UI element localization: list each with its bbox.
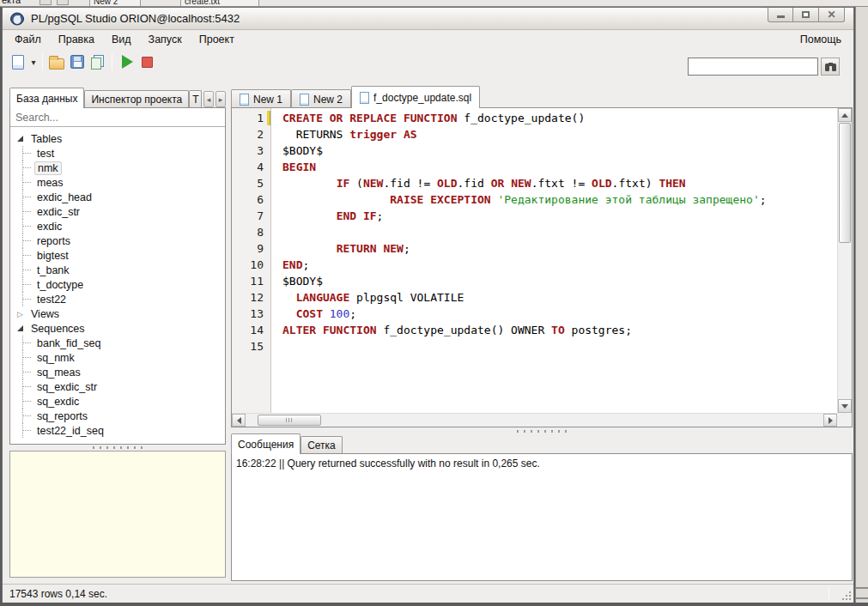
line-number: 11 bbox=[232, 273, 271, 289]
open-button[interactable] bbox=[46, 52, 67, 72]
save-button[interactable] bbox=[67, 52, 88, 72]
run-button[interactable] bbox=[116, 52, 137, 72]
tree-guide-line bbox=[23, 342, 31, 343]
horizontal-scroll-thumb[interactable] bbox=[258, 415, 321, 426]
expand-icon[interactable]: ▷ bbox=[17, 310, 28, 318]
code-line-14[interactable]: 14ALTER FUNCTION f_doctype_update() OWNE… bbox=[232, 322, 837, 338]
code-line-12[interactable]: 12 LANGUAGE plpgsql VOLATILE bbox=[232, 289, 837, 306]
tree-item-bigtest[interactable]: bigtest bbox=[12, 248, 223, 263]
statusbar-separator bbox=[829, 587, 829, 600]
tree-item-Sequences[interactable]: Sequences bbox=[12, 321, 223, 336]
code-line-13[interactable]: 13 COST 100; bbox=[232, 306, 837, 322]
tree-item-exdic_str[interactable]: exdic_str bbox=[12, 204, 223, 219]
tree-item-sq_exdic[interactable]: sq_exdic bbox=[12, 394, 223, 409]
tab-messages[interactable]: Сообщения bbox=[231, 433, 300, 454]
menu-help[interactable]: Помощь bbox=[792, 31, 850, 48]
scroll-up-button[interactable] bbox=[838, 108, 852, 122]
main-window: PL/pgSQL Studio ORION@localhost:5432 ✕ Ф… bbox=[2, 7, 854, 603]
titlebar[interactable]: PL/pgSQL Studio ORION@localhost:5432 ✕ bbox=[3, 8, 853, 30]
tab-scroll-right-button[interactable]: ▸ bbox=[215, 91, 226, 107]
resize-grip[interactable] bbox=[841, 590, 852, 601]
tab-new-1[interactable]: New 1 bbox=[231, 89, 291, 108]
code-line-3[interactable]: 3$BODY$ bbox=[232, 142, 837, 159]
tree-item-meas[interactable]: meas bbox=[12, 175, 223, 190]
stop-button[interactable] bbox=[137, 52, 157, 72]
sql-editor[interactable]: 1CREATE OR REPLACE FUNCTION f_doctype_up… bbox=[231, 107, 853, 427]
menu-run[interactable]: Запуск bbox=[140, 31, 191, 48]
tree-item-t_doctype[interactable]: t_doctype bbox=[12, 277, 223, 292]
arrow-left-icon bbox=[237, 417, 241, 424]
tree-item-test22_id_seq[interactable]: test22_id_seq bbox=[12, 423, 223, 438]
collapse-icon[interactable] bbox=[17, 136, 28, 142]
background-window-edge bbox=[855, 7, 868, 603]
tab-scroll-left-button[interactable]: ◂ bbox=[203, 91, 214, 107]
vertical-scroll-thumb[interactable] bbox=[839, 123, 851, 243]
tree-item-sq_nmk[interactable]: sq_nmk bbox=[12, 350, 223, 365]
menu-project[interactable]: Проект bbox=[191, 31, 243, 48]
window-controls: ✕ bbox=[768, 8, 845, 22]
new-file-button[interactable] bbox=[8, 52, 28, 72]
background-window-strip: екта New 2 create.txt bbox=[0, 0, 868, 7]
code-line-1[interactable]: 1CREATE OR REPLACE FUNCTION f_doctype_up… bbox=[232, 110, 837, 126]
tab-database[interactable]: База данных bbox=[9, 88, 84, 108]
editor-horizontal-scrollbar[interactable] bbox=[232, 413, 837, 427]
tree-item-bank_fid_seq[interactable]: bank_fid_seq bbox=[12, 336, 223, 350]
tab-new-2[interactable]: New 2 bbox=[291, 89, 351, 108]
restore-button[interactable] bbox=[793, 8, 819, 22]
menu-view[interactable]: Вид bbox=[103, 31, 140, 48]
tree-search-input[interactable] bbox=[10, 112, 225, 124]
tab-label: New 2 bbox=[313, 94, 343, 106]
tree-item-Tables[interactable]: Tables bbox=[12, 131, 223, 146]
line-number: 13 bbox=[232, 306, 271, 322]
code-text: END IF; bbox=[271, 208, 383, 224]
collapse-icon[interactable] bbox=[17, 325, 28, 331]
tree-item-test[interactable]: test bbox=[12, 146, 223, 161]
menu-file[interactable]: Файл bbox=[6, 31, 50, 48]
scroll-down-button[interactable] bbox=[838, 399, 852, 413]
tab-grid[interactable]: Сетка bbox=[300, 436, 343, 454]
tree-item-t_bank[interactable]: t_bank bbox=[12, 263, 223, 277]
sidebar-splitter[interactable] bbox=[9, 445, 226, 451]
scroll-left-button[interactable] bbox=[232, 414, 246, 427]
status-text: 17543 rows 0,14 sec. bbox=[9, 588, 107, 600]
changed-line-marker bbox=[267, 111, 270, 125]
code-line-4[interactable]: 4BEGIN bbox=[232, 159, 837, 175]
tree-item-sq_reports[interactable]: sq_reports bbox=[12, 409, 223, 423]
code-line-2[interactable]: 2 RETURNS trigger AS bbox=[232, 126, 837, 142]
editor-vertical-scrollbar[interactable] bbox=[837, 108, 852, 413]
code-line-11[interactable]: 11$BODY$ bbox=[232, 273, 837, 289]
messages-splitter[interactable] bbox=[231, 427, 853, 434]
tree-item-sq_exdic_str[interactable]: sq_exdic_str bbox=[12, 379, 223, 394]
tree-item-exdic[interactable]: exdic bbox=[12, 219, 223, 233]
tree-item-nmk[interactable]: nmk bbox=[12, 161, 223, 175]
tree-item-exdic_head[interactable]: exdic_head bbox=[12, 190, 223, 204]
minimize-button[interactable] bbox=[768, 8, 793, 22]
tree-item-test22[interactable]: test22 bbox=[12, 292, 223, 306]
code-line-10[interactable]: 10END; bbox=[232, 257, 837, 273]
tree-item-sq_meas[interactable]: sq_meas bbox=[12, 365, 223, 379]
tab-f-doctype-update[interactable]: f_doctype_update.sql bbox=[351, 86, 480, 108]
code-line-9[interactable]: 9 RETURN NEW; bbox=[232, 240, 837, 257]
scroll-right-button[interactable] bbox=[823, 414, 837, 427]
code-line-15[interactable]: 15 bbox=[232, 338, 837, 355]
search-input[interactable] bbox=[688, 58, 818, 76]
code-line-7[interactable]: 7 END IF; bbox=[232, 208, 837, 224]
tree-item-Views[interactable]: ▷Views bbox=[12, 306, 223, 321]
save-all-button[interactable] bbox=[88, 52, 108, 72]
menu-edit[interactable]: Правка bbox=[50, 31, 103, 48]
tab-truncated[interactable]: Т bbox=[189, 90, 202, 108]
arrow-down-icon bbox=[841, 404, 848, 409]
tree-item-reports[interactable]: reports bbox=[12, 233, 223, 248]
code-line-5[interactable]: 5 IF (NEW.fid != OLD.fid OR NEW.ftxt != … bbox=[232, 175, 837, 191]
stop-icon bbox=[142, 57, 153, 68]
tree-item-label: reports bbox=[34, 235, 73, 247]
find-button[interactable] bbox=[821, 58, 840, 76]
code-text: COST 100; bbox=[271, 306, 356, 322]
code-line-6[interactable]: 6 RAISE EXCEPTION 'Редактирование этой т… bbox=[232, 191, 837, 208]
chevron-down-icon: ▾ bbox=[28, 58, 39, 67]
tab-project-inspector[interactable]: Инспектор проекта bbox=[84, 90, 189, 108]
close-button[interactable]: ✕ bbox=[819, 8, 845, 22]
new-file-dropdown[interactable]: ▾ bbox=[28, 52, 39, 72]
code-line-8[interactable]: 8 bbox=[232, 224, 837, 240]
notes-panel[interactable] bbox=[9, 451, 226, 578]
